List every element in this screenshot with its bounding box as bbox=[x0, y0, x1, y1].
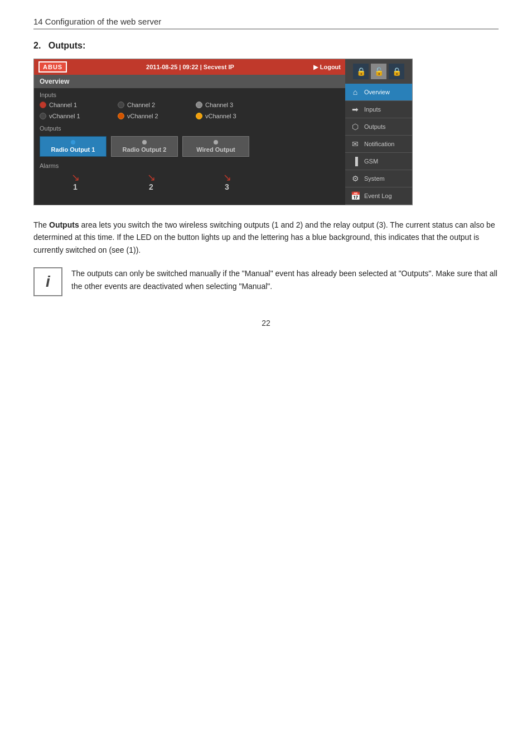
lock-3-button[interactable]: 🔒 bbox=[389, 64, 404, 79]
output-3-label: Wired Output bbox=[196, 146, 235, 153]
vchannel-1-label: vChannel 1 bbox=[49, 113, 80, 119]
output-2-label: Radio Output 2 bbox=[123, 146, 167, 153]
section-number: 2. bbox=[33, 41, 41, 50]
arrow-1-number: 1 bbox=[73, 182, 78, 191]
vchannel-2-dot bbox=[118, 113, 124, 119]
vchannel-1-dot bbox=[40, 113, 46, 119]
channel-2-label: Channel 2 bbox=[127, 102, 155, 108]
top-bar: ABUS 2011-08-25 | 09:22 | Secvest IP ▶ L… bbox=[34, 59, 345, 75]
channel-1-dot bbox=[40, 102, 46, 108]
info-box: i The outputs can only be switched manua… bbox=[33, 267, 499, 296]
system-icon: ⚙ bbox=[350, 174, 361, 183]
output-1-label: Radio Output 1 bbox=[51, 146, 95, 153]
channel-3[interactable]: Channel 3 bbox=[196, 102, 274, 108]
arrow-2: ↘ 2 bbox=[115, 172, 187, 191]
section-title: 2. Outputs: bbox=[33, 41, 499, 51]
output-1-dot bbox=[71, 140, 75, 145]
arrow-2-icon: ↘ bbox=[147, 172, 156, 182]
vchannel-1[interactable]: vChannel 1 bbox=[40, 113, 118, 119]
sidebar-item-outputs[interactable]: ⬡ Outputs bbox=[345, 118, 412, 136]
sidebar-outputs-label: Outputs bbox=[364, 123, 386, 130]
web-ui-panel: ABUS 2011-08-25 | 09:22 | Secvest IP ▶ L… bbox=[33, 59, 413, 205]
arrow-3: ↘ 3 bbox=[191, 172, 263, 191]
sidebar-item-eventlog[interactable]: 📅 Event Log bbox=[345, 187, 412, 205]
inputs-label: Inputs bbox=[34, 88, 345, 99]
output-3-dot bbox=[214, 140, 218, 145]
notification-icon: ✉ bbox=[350, 139, 361, 148]
arrows-row: ↘ 1 ↘ 2 ↘ 3 bbox=[34, 171, 345, 196]
top-bar-date: 2011-08-25 | 09:22 | Secvest IP bbox=[146, 64, 234, 70]
home-icon: ⌂ bbox=[350, 88, 361, 97]
lock-1-button[interactable]: 🔒 bbox=[353, 64, 369, 79]
arrow-1-icon: ↘ bbox=[71, 172, 80, 182]
sidebar-gsm-label: GSM bbox=[364, 158, 378, 165]
channel-1[interactable]: Channel 1 bbox=[40, 102, 118, 108]
vchannel-2[interactable]: vChannel 2 bbox=[118, 113, 196, 119]
output-2-dot bbox=[142, 140, 147, 145]
sidebar-eventlog-label: Event Log bbox=[364, 192, 392, 199]
arrow-3-icon: ↘ bbox=[223, 172, 231, 182]
lock-row: 🔒 🔓 🔒 bbox=[345, 59, 412, 84]
page-number: 22 bbox=[33, 319, 499, 328]
sidebar-notification-label: Notification bbox=[364, 141, 394, 147]
right-sidebar: 🔒 🔓 🔒 ⌂ Overview ➡ Inputs ⬡ Outputs ✉ No… bbox=[345, 59, 412, 205]
logout-label: Logout bbox=[320, 64, 341, 70]
arrow-1: ↘ 1 bbox=[40, 172, 111, 191]
description-text: The Outputs area lets you switch the two… bbox=[33, 219, 499, 256]
radio-output-2-button[interactable]: Radio Output 2 bbox=[111, 136, 178, 157]
alarms-label: Alarms bbox=[34, 160, 345, 171]
sidebar-item-system[interactable]: ⚙ System bbox=[345, 170, 412, 187]
outputs-row: Radio Output 1 Radio Output 2 Wired Outp… bbox=[34, 133, 345, 160]
channel-2[interactable]: Channel 2 bbox=[118, 102, 196, 108]
arrow-2-number: 2 bbox=[149, 182, 153, 191]
sidebar-item-inputs[interactable]: ➡ Inputs bbox=[345, 101, 412, 118]
overview-bar: Overview bbox=[34, 75, 345, 88]
lock-2-button[interactable]: 🔓 bbox=[371, 64, 386, 79]
radio-output-1-button[interactable]: Radio Output 1 bbox=[40, 136, 107, 157]
vchannel-row: vChannel 1 vChannel 2 vChannel 3 bbox=[34, 110, 345, 122]
arrow-3-number: 3 bbox=[225, 182, 229, 191]
sidebar-overview-label: Overview bbox=[364, 89, 390, 95]
desc-part1: The bbox=[33, 220, 49, 229]
logout-button[interactable]: ▶ Logout bbox=[313, 64, 341, 71]
outputs-icon: ⬡ bbox=[350, 122, 361, 131]
sidebar-item-gsm[interactable]: ▐ GSM bbox=[345, 153, 412, 170]
sidebar-item-overview[interactable]: ⌂ Overview bbox=[345, 84, 412, 101]
channel-3-label: Channel 3 bbox=[205, 102, 233, 108]
header-text: 14 Configuration of the web server bbox=[33, 17, 161, 26]
desc-part2: area lets you switch the two wireless sw… bbox=[33, 220, 495, 254]
page-header: 14 Configuration of the web server bbox=[33, 17, 499, 30]
sidebar-inputs-label: Inputs bbox=[364, 106, 381, 113]
channel-row-1: Channel 1 Channel 2 Channel 3 bbox=[34, 99, 345, 110]
info-icon: i bbox=[33, 267, 62, 296]
channel-3-dot bbox=[196, 102, 202, 108]
play-icon: ▶ bbox=[313, 64, 318, 71]
eventlog-icon: 📅 bbox=[350, 191, 361, 200]
sidebar-item-notification[interactable]: ✉ Notification bbox=[345, 136, 412, 153]
section-label: Outputs: bbox=[49, 41, 86, 50]
sidebar-system-label: System bbox=[364, 175, 385, 182]
inputs-icon: ➡ bbox=[350, 105, 361, 114]
vchannel-3-dot bbox=[196, 113, 202, 119]
vchannel-3-label: vChannel 3 bbox=[205, 113, 236, 119]
desc-bold: Outputs bbox=[49, 220, 79, 229]
wired-output-button[interactable]: Wired Output bbox=[182, 136, 249, 157]
outputs-label: Outputs bbox=[34, 122, 345, 133]
info-text: The outputs can only be switched manuall… bbox=[71, 267, 499, 292]
vchannel-3[interactable]: vChannel 3 bbox=[196, 113, 274, 119]
main-panel: ABUS 2011-08-25 | 09:22 | Secvest IP ▶ L… bbox=[34, 59, 345, 205]
channel-1-label: Channel 1 bbox=[49, 102, 77, 108]
logo: ABUS bbox=[38, 61, 67, 73]
channel-2-dot bbox=[118, 102, 124, 108]
vchannel-2-label: vChannel 2 bbox=[127, 113, 158, 119]
gsm-icon: ▐ bbox=[350, 157, 361, 166]
